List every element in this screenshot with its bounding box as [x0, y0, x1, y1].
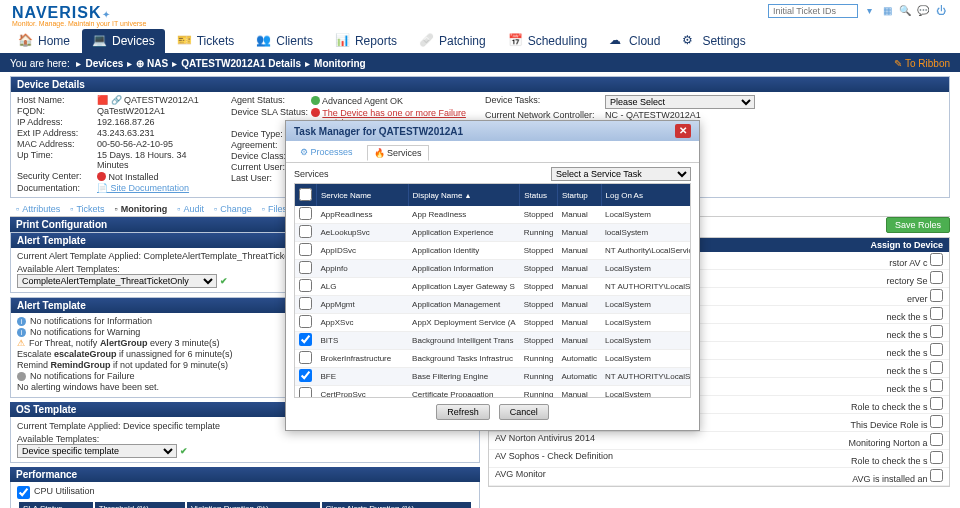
clients-icon: 👥: [256, 33, 272, 49]
assign-checkbox[interactable]: [930, 415, 943, 428]
col-service-name[interactable]: Service Name: [317, 184, 409, 206]
select-all-checkbox[interactable]: [299, 188, 312, 201]
cloud-icon: ☁: [609, 33, 625, 49]
service-checkbox[interactable]: [299, 369, 312, 382]
assign-checkbox[interactable]: [930, 361, 943, 374]
subtab-change[interactable]: ▫Change: [214, 204, 252, 214]
nav-tickets[interactable]: 🎫Tickets: [167, 29, 245, 53]
ok-icon: [311, 96, 320, 105]
dropdown-icon[interactable]: ▾: [862, 4, 876, 18]
apply-os-icon[interactable]: ✔: [180, 446, 188, 456]
service-checkbox[interactable]: [299, 243, 312, 256]
apply-icon[interactable]: ✔: [220, 276, 228, 286]
nav-home[interactable]: 🏠Home: [8, 29, 80, 53]
assign-checkbox[interactable]: [930, 307, 943, 320]
service-checkbox[interactable]: [299, 207, 312, 220]
performance-header: Performance: [10, 467, 480, 482]
processes-icon: ⚙: [300, 147, 308, 157]
service-row[interactable]: AppIDSvcApplication IdentityStoppedManua…: [295, 242, 691, 260]
nav-cloud[interactable]: ☁Cloud: [599, 29, 670, 53]
service-row[interactable]: ALGApplication Layer Gateway SStoppedMan…: [295, 278, 691, 296]
service-row[interactable]: BrokerInfrastructureBackground Tasks Inf…: [295, 350, 691, 368]
role-row[interactable]: AV Norton Antivirus 2014Monitoring Norto…: [489, 432, 949, 450]
fail-icon: [97, 172, 106, 181]
search-icon[interactable]: 🔍: [898, 4, 912, 18]
nav-patching[interactable]: 🩹Patching: [409, 29, 496, 53]
assign-checkbox[interactable]: [930, 289, 943, 302]
grid-icon[interactable]: ▦: [880, 4, 894, 18]
nav-reports[interactable]: 📊Reports: [325, 29, 407, 53]
assign-checkbox[interactable]: [930, 343, 943, 356]
service-checkbox[interactable]: [299, 279, 312, 292]
device-task-select[interactable]: Please Select: [605, 95, 755, 109]
service-checkbox[interactable]: [299, 261, 312, 274]
main-nav: 🏠Home💻Devices🎫Tickets👥Clients📊Reports🩹Pa…: [0, 27, 960, 55]
col-display-name[interactable]: Display Name ▲: [408, 184, 520, 206]
service-checkbox[interactable]: [299, 333, 312, 346]
modal-tab-processes[interactable]: ⚙ Processes: [294, 145, 359, 160]
refresh-button[interactable]: Refresh: [436, 404, 490, 420]
col-startup[interactable]: Startup: [558, 184, 602, 206]
service-checkbox[interactable]: [299, 315, 312, 328]
assign-checkbox[interactable]: [930, 469, 943, 482]
subtab-files[interactable]: ▫Files: [262, 204, 287, 214]
search-input[interactable]: [768, 4, 858, 18]
service-checkbox[interactable]: [299, 351, 312, 364]
doc-link[interactable]: 📄 Site Documentation: [97, 183, 189, 193]
service-row[interactable]: BITSBackground Intelligent TransStoppedM…: [295, 332, 691, 350]
devices-icon: 💻: [92, 33, 108, 49]
service-row[interactable]: AppReadinessApp ReadinessStoppedManualLo…: [295, 206, 691, 224]
assign-checkbox[interactable]: [930, 271, 943, 284]
service-row[interactable]: AeLookupSvcApplication ExperienceRunning…: [295, 224, 691, 242]
assign-checkbox[interactable]: [930, 451, 943, 464]
subtab-monitoring[interactable]: ▫Monitoring: [115, 204, 168, 214]
subtab-tickets[interactable]: ▫Tickets: [70, 204, 104, 214]
assign-checkbox[interactable]: [930, 433, 943, 446]
cpu-checkbox[interactable]: [17, 486, 30, 499]
role-row[interactable]: AV Sophos - Check DefinitionRole to chec…: [489, 450, 949, 468]
subtab-audit[interactable]: ▫Audit: [177, 204, 204, 214]
assign-checkbox[interactable]: [930, 325, 943, 338]
scheduling-icon: 📅: [508, 33, 524, 49]
to-ribbon-link[interactable]: ✎ To Ribbon: [894, 58, 950, 69]
assign-checkbox[interactable]: [930, 397, 943, 410]
nav-devices[interactable]: 💻Devices: [82, 29, 165, 53]
role-row[interactable]: AVG MonitorAVG is installed an: [489, 468, 949, 486]
modal-tab-services[interactable]: 🔥 Services: [367, 145, 429, 161]
cancel-button[interactable]: Cancel: [499, 404, 549, 420]
assign-checkbox[interactable]: [930, 253, 943, 266]
service-row[interactable]: BFEBase Filtering EngineRunningAutomatic…: [295, 368, 691, 386]
tickets-icon: 🎫: [177, 33, 193, 49]
service-row[interactable]: AppinfoApplication InformationStoppedMan…: [295, 260, 691, 278]
service-row[interactable]: AppMgmtApplication ManagementStoppedManu…: [295, 296, 691, 314]
service-checkbox[interactable]: [299, 387, 312, 398]
os-template-select[interactable]: Device specific template: [17, 444, 177, 458]
power-icon[interactable]: ⏻: [934, 4, 948, 18]
service-checkbox[interactable]: [299, 297, 312, 310]
nav-scheduling[interactable]: 📅Scheduling: [498, 29, 597, 53]
chat-icon[interactable]: 💬: [916, 4, 930, 18]
service-checkbox[interactable]: [299, 225, 312, 238]
tab-icon: ▫: [115, 204, 118, 214]
services-label: Services: [294, 169, 329, 179]
home-icon: 🏠: [18, 33, 34, 49]
assign-checkbox[interactable]: [930, 379, 943, 392]
alert-template-select[interactable]: CompleteAlertTemplate_ThreatTicketOnly: [17, 274, 217, 288]
stop-icon: [17, 372, 26, 381]
logo: NAVERISK✦ Monitor. Manage. Maintain your…: [12, 4, 147, 27]
service-row[interactable]: AppXSvcAppX Deployment Service (AStopped…: [295, 314, 691, 332]
save-roles-button[interactable]: Save Roles: [886, 217, 950, 233]
alert-icon: [311, 108, 320, 117]
nav-settings[interactable]: ⚙Settings: [672, 29, 755, 53]
modal-close-button[interactable]: ✕: [675, 124, 691, 138]
service-row[interactable]: CertPropSvcCertificate PropagationRunnin…: [295, 386, 691, 399]
flag-icon: 🟥: [97, 95, 108, 105]
col-log-on-as[interactable]: Log On As: [601, 184, 691, 206]
reports-icon: 📊: [335, 33, 351, 49]
nav-clients[interactable]: 👥Clients: [246, 29, 323, 53]
service-task-select[interactable]: Select a Service Task: [551, 167, 691, 181]
tab-icon: ▫: [177, 204, 180, 214]
patching-icon: 🩹: [419, 33, 435, 49]
col-status[interactable]: Status: [520, 184, 558, 206]
subtab-attributes[interactable]: ▫Attributes: [16, 204, 60, 214]
